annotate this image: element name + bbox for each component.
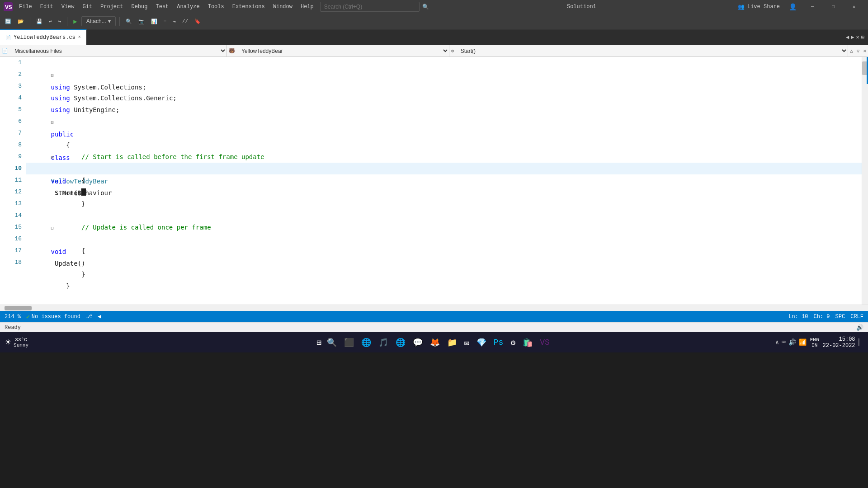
spotify-icon[interactable]: 🎵: [377, 336, 390, 349]
toolbar-new[interactable]: 🔄: [3, 17, 14, 26]
line-num-5: 5: [0, 104, 22, 116]
volume-icon[interactable]: 🔊: [788, 338, 796, 346]
ln-status[interactable]: Ln: 10: [788, 314, 808, 320]
tab-right-arrow[interactable]: ▶: [851, 34, 854, 41]
dd-arrow-up[interactable]: △: [848, 48, 855, 54]
tab-close-button[interactable]: ×: [78, 35, 81, 40]
spc-status[interactable]: SPC: [835, 314, 845, 320]
ready-label: Ready: [5, 324, 21, 331]
lang-region[interactable]: ENG IN: [810, 337, 819, 348]
code-line-5: ⊟ public class YellowTeddyBear : MonoBeh…: [26, 104, 862, 116]
speaker-icon[interactable]: 🔊: [856, 324, 863, 331]
explorer-icon[interactable]: 📁: [445, 336, 459, 349]
live-share-button[interactable]: 👥 Live Share: [734, 2, 783, 12]
toolbar-save[interactable]: 💾: [34, 17, 45, 26]
start-button[interactable]: ⊞: [316, 338, 321, 347]
attach-button[interactable]: Attach... ▾: [81, 16, 116, 26]
toolbar-search-btn[interactable]: 🔍: [123, 17, 134, 26]
tab-left-arrow[interactable]: ◀: [846, 34, 849, 41]
check-icon: ✔: [26, 313, 30, 320]
code-line-18: }: [26, 257, 862, 268]
line-num-4: 4: [0, 92, 22, 104]
method-dropdown[interactable]: Start(): [456, 45, 849, 56]
zoom-status[interactable]: 214 %: [5, 314, 21, 320]
dd-arrow-down[interactable]: ▽: [855, 48, 862, 54]
toolbar-bookmark[interactable]: 🔖: [192, 17, 203, 26]
code-line-10[interactable]: [26, 163, 862, 174]
attach-dropdown-icon: ▾: [108, 18, 111, 24]
class-dropdown[interactable]: YellowTeddyBear: [237, 45, 449, 56]
search-taskbar-icon[interactable]: 🔍: [325, 336, 339, 349]
firefox-icon[interactable]: 🦊: [428, 336, 442, 349]
crlf-status[interactable]: CRLF: [850, 314, 863, 320]
menu-analyze[interactable]: Analyze: [173, 2, 203, 12]
toolbar-redo[interactable]: ↪: [56, 17, 64, 26]
ps-icon[interactable]: Ps: [492, 336, 505, 349]
solution-name: Solution1: [567, 4, 596, 10]
minimize-button[interactable]: ─: [802, 0, 823, 14]
toolbar-format[interactable]: ≡: [161, 17, 169, 25]
network-icon[interactable]: 📶: [799, 338, 807, 346]
dd-plus[interactable]: ✕: [861, 48, 868, 54]
weather-temp: 33°C: [14, 337, 28, 343]
settings-icon[interactable]: ⚙️: [509, 336, 517, 349]
title-bar-right: 👥 Live Share 👤 ─ □ ✕: [734, 0, 864, 14]
toolbar-indent[interactable]: ⇥: [170, 17, 178, 26]
git-icon: ⎇: [86, 313, 92, 320]
edge-icon[interactable]: 🌐: [359, 336, 373, 349]
chrome-icon[interactable]: 🌐: [394, 336, 407, 349]
vs-taskbar-icon[interactable]: VS: [538, 336, 552, 349]
toolbar-comment[interactable]: //: [180, 17, 190, 25]
tab-expand-button[interactable]: ⊞: [861, 34, 864, 41]
line-num-17: 17: [0, 245, 22, 257]
menu-help[interactable]: Help: [297, 2, 317, 12]
user-icon[interactable]: 👤: [789, 3, 797, 11]
no-issues-status[interactable]: ✔ No issues found: [26, 313, 80, 320]
line-num-6: 6: [0, 116, 22, 127]
discord-icon[interactable]: 💬: [411, 336, 425, 349]
menu-debug[interactable]: Debug: [127, 2, 151, 12]
keyboard-icon[interactable]: ⌨: [782, 338, 785, 346]
mail-icon[interactable]: ✉️: [462, 336, 471, 349]
close-button[interactable]: ✕: [844, 0, 864, 14]
file-icon: 📄: [5, 35, 11, 40]
show-desktop-btn[interactable]: ▏: [859, 338, 863, 346]
menu-tools[interactable]: Tools: [204, 2, 228, 12]
line-num-8: 8: [0, 139, 22, 151]
menu-git[interactable]: Git: [79, 2, 96, 12]
search-icon: 🔍: [422, 4, 429, 10]
taskview-icon[interactable]: ⬛: [342, 336, 356, 349]
namespace-dropdown[interactable]: Miscellaneous Files: [10, 45, 227, 56]
ruby-icon[interactable]: 💎: [475, 336, 488, 349]
code-line-6: {: [26, 116, 862, 127]
active-tab[interactable]: 📄 YellowTeddyBears.cs ×: [0, 29, 87, 45]
toolbar-open[interactable]: 📂: [15, 17, 26, 26]
clock[interactable]: 15:08 22-02-2022: [823, 336, 855, 349]
menu-project[interactable]: Project: [97, 2, 127, 12]
tray-up-arrow[interactable]: ∧: [775, 338, 779, 346]
toolbar-perf[interactable]: 📊: [149, 17, 160, 26]
line-num-13: 13: [0, 198, 22, 210]
h-scroll-thumb[interactable]: [5, 306, 32, 310]
menu-window[interactable]: Window: [269, 2, 296, 12]
search-input[interactable]: [320, 2, 420, 12]
clock-time: 15:08: [823, 336, 855, 343]
maximize-button[interactable]: □: [823, 0, 844, 14]
vertical-scrollbar[interactable]: [862, 57, 868, 305]
code-area[interactable]: ⊟ using System.Collections; using System…: [26, 57, 862, 305]
menu-test[interactable]: Test: [152, 2, 172, 12]
tab-add-button[interactable]: ✕: [856, 34, 859, 41]
menu-extensions[interactable]: Extensions: [229, 2, 269, 12]
menu-view[interactable]: View: [58, 2, 78, 12]
git-status[interactable]: ⎇: [86, 313, 92, 320]
menu-file[interactable]: File: [15, 2, 36, 12]
menu-edit[interactable]: Edit: [37, 2, 57, 12]
toolbar-play[interactable]: ▶: [71, 16, 79, 27]
ch-status[interactable]: Ch: 9: [814, 314, 830, 320]
store-icon[interactable]: 🛍️: [521, 336, 534, 349]
horizontal-scrollbar[interactable]: [0, 305, 868, 311]
toolbar-undo[interactable]: ↩: [47, 17, 54, 26]
tab-arrows: ◀ ▶ ✕ ⊞: [842, 29, 868, 45]
scroll-left-btn[interactable]: ◀: [98, 313, 101, 320]
toolbar-camera[interactable]: 📷: [136, 17, 147, 26]
